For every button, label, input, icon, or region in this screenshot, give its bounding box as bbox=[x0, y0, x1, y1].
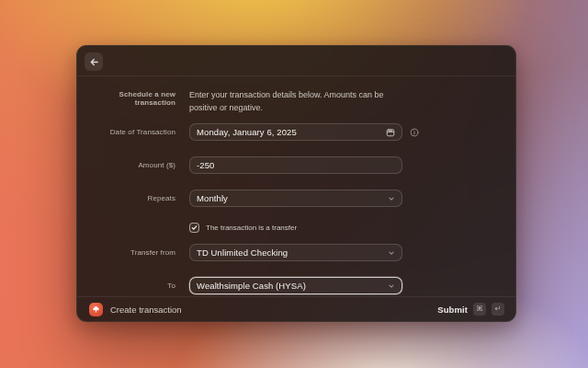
amount-row: Amount ($) -250 bbox=[77, 156, 515, 174]
transfer-from-row: Transfer from TD Unlimited Checking bbox=[77, 244, 515, 261]
schedule-transaction-dialog: Schedule a new transaction Enter your tr… bbox=[76, 45, 516, 322]
checkmark-icon bbox=[191, 224, 198, 231]
date-info-button[interactable] bbox=[410, 128, 419, 137]
back-button[interactable] bbox=[85, 52, 103, 71]
transfer-from-value: TD Unlimited Checking bbox=[197, 247, 382, 258]
arrow-left-icon bbox=[89, 57, 99, 67]
repeats-select[interactable]: Monthly bbox=[189, 190, 402, 207]
chevron-down-icon bbox=[388, 282, 395, 290]
chevron-down-icon bbox=[388, 195, 395, 202]
info-icon bbox=[410, 128, 419, 137]
transfer-from-select[interactable]: TD Unlimited Checking bbox=[189, 244, 402, 261]
return-key-icon[interactable]: ↵ bbox=[492, 303, 504, 316]
transfer-to-row: To Wealthsimple Cash (HYSA) bbox=[77, 277, 515, 294]
form-section-title: Schedule a new transaction bbox=[77, 88, 175, 107]
amount-label: Amount ($) bbox=[77, 161, 175, 169]
transfer-checkbox-label[interactable]: The transaction is a transfer bbox=[206, 224, 297, 232]
app-logo-icon bbox=[89, 303, 103, 316]
transfer-to-label: To bbox=[77, 282, 175, 290]
transfer-to-select[interactable]: Wealthsimple Cash (HYSA) bbox=[189, 277, 402, 294]
date-input[interactable]: Monday, January 6, 2025 bbox=[189, 123, 402, 141]
transfer-from-label: Transfer from bbox=[77, 248, 175, 257]
footer-action-label: Create transaction bbox=[110, 305, 182, 315]
submit-button[interactable]: Submit bbox=[437, 305, 468, 315]
transfer-to-value: Wealthsimple Cash (HYSA) bbox=[197, 281, 382, 291]
repeats-row: Repeats Monthly bbox=[77, 190, 515, 207]
form-intro: Schedule a new transaction Enter your tr… bbox=[77, 88, 515, 114]
transfer-checkbox-row: The transaction is a transfer bbox=[189, 223, 515, 233]
command-key-icon[interactable]: ⌘ bbox=[473, 303, 486, 316]
date-label: Date of Transaction bbox=[77, 128, 175, 136]
repeats-label: Repeats bbox=[77, 194, 175, 202]
dialog-footer: Create transaction Submit ⌘ ↵ bbox=[77, 296, 515, 321]
calendar-icon bbox=[386, 128, 395, 137]
amount-value: -250 bbox=[197, 160, 395, 170]
chevron-down-icon bbox=[388, 249, 395, 257]
form-section-description: Enter your transaction details below. Am… bbox=[189, 88, 402, 114]
date-row: Date of Transaction Monday, January 6, 2… bbox=[77, 123, 515, 141]
repeats-value: Monthly bbox=[197, 193, 382, 203]
amount-input[interactable]: -250 bbox=[189, 156, 402, 174]
transaction-form: Schedule a new transaction Enter your tr… bbox=[77, 76, 515, 294]
dialog-header bbox=[77, 46, 515, 76]
date-value: Monday, January 6, 2025 bbox=[197, 127, 380, 137]
transfer-checkbox[interactable] bbox=[189, 223, 199, 233]
